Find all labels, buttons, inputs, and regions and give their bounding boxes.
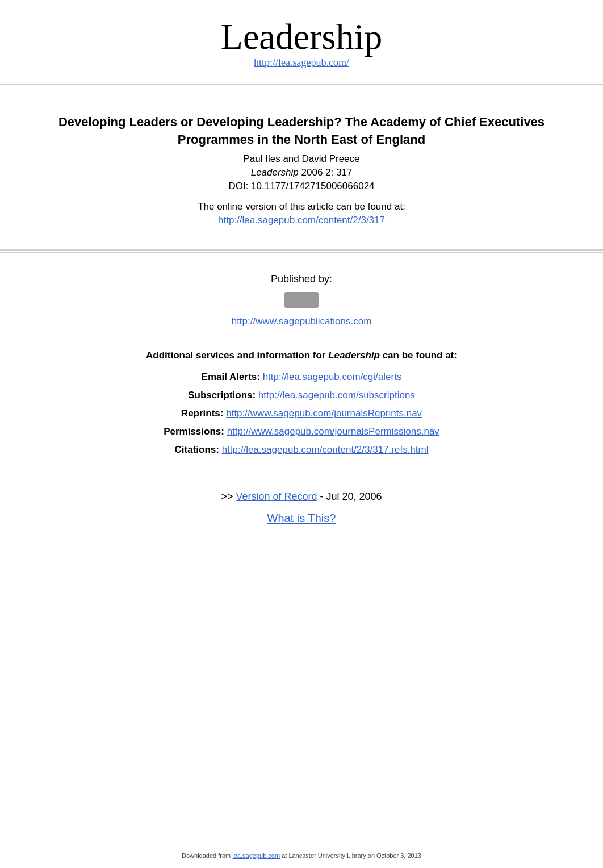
version-of-record-link[interactable]: Version of Record — [236, 491, 317, 502]
citations-label: Citations: — [175, 444, 219, 455]
version-date: - Jul 20, 2006 — [317, 491, 382, 502]
services-title-suffix: can be found at: — [380, 350, 457, 361]
permissions-row: Permissions: http://www.sagepub.com/jour… — [45, 426, 558, 437]
email-alerts-link[interactable]: http://lea.sagepub.com/cgi/alerts — [263, 372, 402, 382]
subscriptions-label: Subscriptions: — [188, 390, 256, 400]
version-section: >> Version of Record - Jul 20, 2006 What… — [0, 474, 603, 536]
journal-title: Leadership — [0, 17, 603, 57]
article-info-section: Developing Leaders or Developing Leaders… — [0, 91, 603, 245]
article-title: Developing Leaders or Developing Leaders… — [45, 114, 558, 149]
article-divider — [0, 249, 603, 253]
journal-url-link[interactable]: http://lea.sagepub.com/ — [254, 57, 349, 68]
services-title-prefix: Additional services and information for — [146, 350, 328, 361]
version-line: >> Version of Record - Jul 20, 2006 — [0, 491, 603, 503]
subscriptions-row: Subscriptions: http://lea.sagepub.com/su… — [45, 390, 558, 401]
email-alerts-row: Email Alerts: http://lea.sagepub.com/cgi… — [45, 372, 558, 383]
reprints-label: Reprints: — [181, 408, 224, 419]
citation-journal: Leadership — [251, 167, 299, 178]
article-online-prefix: The online version of this article can b… — [45, 201, 558, 212]
published-url: http://www.sagepublications.com — [0, 316, 603, 327]
published-section: Published by: http://www.sagepublication… — [0, 256, 603, 339]
citations-row: Citations: http://lea.sagepub.com/conten… — [45, 444, 558, 456]
permissions-link[interactable]: http://www.sagepub.com/journalsPermissio… — [227, 426, 439, 437]
sage-logo — [0, 292, 603, 316]
journal-url: http://lea.sagepub.com/ — [0, 57, 603, 69]
citations-link[interactable]: http://lea.sagepub.com/content/2/3/317.r… — [222, 444, 429, 455]
page-wrapper: Leadership http://lea.sagepub.com/ Devel… — [0, 0, 603, 868]
article-online-link[interactable]: http://lea.sagepub.com/content/2/3/317 — [218, 215, 385, 226]
services-section: Additional services and information for … — [0, 339, 603, 474]
what-is-this: What is This? — [0, 512, 603, 525]
footer-text-suffix: at Lancaster University Library on Octob… — [280, 852, 421, 859]
reprints-link[interactable]: http://www.sagepub.com/journalsReprints.… — [226, 408, 422, 419]
article-citation: Leadership 2006 2: 317 — [45, 167, 558, 178]
permissions-label: Permissions: — [164, 426, 224, 437]
services-title: Additional services and information for … — [45, 350, 558, 361]
citation-year-vol-page: 2006 2: 317 — [299, 167, 353, 178]
subscriptions-link[interactable]: http://lea.sagepub.com/subscriptions — [258, 390, 415, 400]
header-section: Leadership http://lea.sagepub.com/ — [0, 0, 603, 80]
footer-site-link[interactable]: lea.sagepub.com — [232, 852, 280, 859]
version-prefix: >> — [221, 491, 236, 502]
published-by-label: Published by: — [0, 273, 603, 285]
email-alerts-label: Email Alerts: — [202, 372, 260, 382]
what-is-this-link[interactable]: What is This? — [267, 512, 336, 524]
article-online-url: http://lea.sagepub.com/content/2/3/317 — [45, 215, 558, 226]
page-footer: Downloaded from lea.sagepub.com at Lanca… — [0, 852, 603, 859]
header-divider — [0, 84, 603, 87]
reprints-row: Reprints: http://www.sagepub.com/journal… — [45, 408, 558, 419]
services-title-journal: Leadership — [328, 350, 380, 361]
article-authors: Paul Iles and David Preece — [45, 153, 558, 165]
article-doi: DOI: 10.1177/1742715006066024 — [45, 181, 558, 192]
published-url-link[interactable]: http://www.sagepublications.com — [232, 316, 372, 327]
footer-text-prefix: Downloaded from — [182, 852, 232, 859]
